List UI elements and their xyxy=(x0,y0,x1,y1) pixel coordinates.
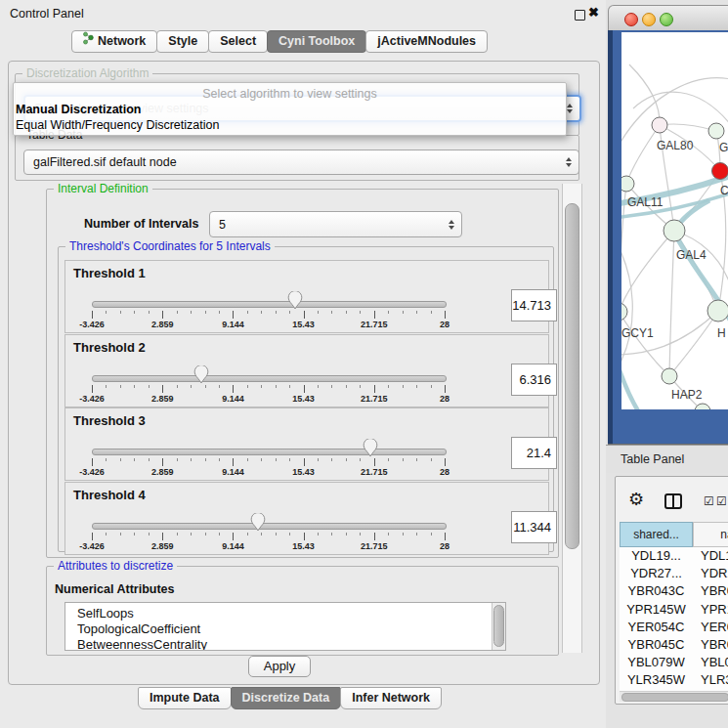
column-header-shared-name[interactable]: shared... xyxy=(620,522,693,547)
tab-cyni-toolbox[interactable]: Cyni Toolbox xyxy=(267,30,366,53)
tab-select[interactable]: Select xyxy=(208,30,268,53)
slider-tick xyxy=(276,458,277,461)
table-row[interactable]: YPR145WYPR1 xyxy=(620,601,728,619)
slider-track[interactable] xyxy=(92,301,447,308)
table-row[interactable]: YLR345WYLR3 xyxy=(620,671,728,689)
slider-tick xyxy=(374,458,375,466)
network-node-gal4[interactable] xyxy=(664,220,685,241)
network-node-gal11[interactable] xyxy=(621,176,634,192)
list-scrollbar[interactable] xyxy=(492,603,506,650)
network-node-gcy1[interactable] xyxy=(621,303,627,321)
network-node[interactable] xyxy=(695,404,710,409)
apply-button[interactable]: Apply xyxy=(248,656,311,677)
table-hscrollbar[interactable] xyxy=(620,691,728,702)
tick-label: -3.426 xyxy=(79,320,105,329)
split-view-icon[interactable] xyxy=(664,493,682,509)
tab-style[interactable]: Style xyxy=(156,30,209,53)
float-window-icon[interactable] xyxy=(575,10,585,21)
table-data-combo[interactable]: galFiltered.sif default node xyxy=(23,150,579,175)
cell-shared-name: YER054C xyxy=(620,619,693,636)
network-node-c[interactable] xyxy=(712,163,728,180)
cell-name: YBR0 xyxy=(701,582,728,600)
minimize-traffic-light-icon[interactable] xyxy=(642,13,656,26)
zoom-traffic-light-icon[interactable] xyxy=(660,13,673,26)
slider-tick xyxy=(445,458,446,466)
network-node-hap2[interactable] xyxy=(662,368,677,384)
threshold-value-field[interactable]: 6.316 xyxy=(511,364,557,396)
slider-tick xyxy=(247,385,248,388)
slider-tick xyxy=(431,385,432,388)
tab-impute-data[interactable]: Impute Data xyxy=(138,687,232,709)
list-item-topologicalcoefficient[interactable]: TopologicalCoefficient xyxy=(65,621,505,637)
numerical-attributes-list[interactable]: SelfLoopsTopologicalCoefficientBetweenne… xyxy=(64,602,506,651)
table-row[interactable]: YBL079WYBL0 xyxy=(620,654,728,671)
slider-thumb[interactable] xyxy=(363,439,378,457)
slider-track[interactable] xyxy=(92,449,447,455)
table-row[interactable]: YBR043CYBR0 xyxy=(620,582,728,600)
thresholds-group: Threshold's Coordinates for 5 Intervals … xyxy=(58,246,554,552)
tick-label: 9.144 xyxy=(222,394,244,404)
table-row[interactable]: YER054CYER0 xyxy=(620,619,728,636)
group-title: Discretization Algorithm xyxy=(22,66,152,80)
algorithm-menu-item-equal-width-frequency-discretization[interactable]: Equal Width/Frequency Discretization xyxy=(16,118,219,132)
slider-track[interactable] xyxy=(92,375,447,382)
table-hscrollbar-thumb[interactable] xyxy=(621,693,728,702)
table-row[interactable]: YDR27...YDR2 xyxy=(620,565,728,582)
cyni-toolbox-panel: Discretization Algorithm Select algorith… xyxy=(8,61,600,685)
slider-tick xyxy=(149,533,150,535)
list-item-selfloops[interactable]: SelfLoops xyxy=(65,606,505,621)
tick-label: -3.426 xyxy=(79,541,105,551)
slider-tick xyxy=(276,385,277,388)
network-window-titlebar[interactable] xyxy=(608,5,728,32)
top-tab-bar: NetworkStyleSelectCyni ToolboxjActiveMNo… xyxy=(72,30,488,53)
slider-tick xyxy=(134,533,135,535)
slider-thumb[interactable] xyxy=(193,365,209,384)
slider-thumb[interactable] xyxy=(250,513,266,532)
list-item-betweennesscentrality[interactable]: BetweennessCentrality xyxy=(65,637,505,651)
number-of-intervals-combo[interactable]: 5 xyxy=(209,211,462,237)
checkbox-icon[interactable]: ☑ xyxy=(704,495,714,507)
slider-tick xyxy=(219,533,220,535)
threshold-value-field[interactable]: 21.4 xyxy=(511,437,557,469)
slider-tick xyxy=(346,311,347,314)
network-edge xyxy=(621,231,674,312)
tab-label: Impute Data xyxy=(150,688,220,708)
network-node-g[interactable] xyxy=(708,123,724,139)
slider-tick xyxy=(289,533,290,535)
network-node-gal80[interactable] xyxy=(652,117,667,133)
algorithm-menu-item-manual-discretization[interactable]: Manual Discretization xyxy=(16,103,142,116)
tab-discretize-data[interactable]: Discretize Data xyxy=(231,687,342,709)
tab-infer-network[interactable]: Infer Network xyxy=(340,687,442,709)
slider-tick xyxy=(346,458,347,461)
slider-tick xyxy=(92,311,93,319)
network-node-h[interactable] xyxy=(707,300,728,321)
slider-thumb[interactable] xyxy=(287,291,303,310)
tick-label: -3.426 xyxy=(79,394,105,404)
threshold-value-field[interactable]: 11.344 xyxy=(511,511,557,543)
threshold-value-field[interactable]: 14.713 xyxy=(511,289,557,321)
slider-tick xyxy=(331,311,332,314)
table-row[interactable]: YBR045CYBR0 xyxy=(620,636,728,654)
close-icon[interactable]: ✖ xyxy=(588,5,599,20)
tick-label: 15.43 xyxy=(292,467,315,477)
node-label: HAP2 xyxy=(671,388,703,402)
slider-tick xyxy=(120,458,121,461)
slider-tick xyxy=(205,385,206,388)
number-of-intervals-value: 5 xyxy=(219,218,226,232)
column-header-name[interactable]: na xyxy=(693,522,728,547)
slider-track[interactable] xyxy=(92,523,447,530)
cell-name: YDL1 xyxy=(701,547,728,565)
main-scrollbar[interactable] xyxy=(562,184,582,653)
close-traffic-light-icon[interactable] xyxy=(624,13,638,26)
checkbox-icon[interactable]: ☑ xyxy=(716,495,727,507)
tab-network[interactable]: Network xyxy=(71,30,157,53)
list-scrollbar-thumb[interactable] xyxy=(493,605,504,647)
gear-icon[interactable]: ⚙ xyxy=(628,491,644,508)
main-scrollbar-thumb[interactable] xyxy=(565,203,579,549)
slider-tick xyxy=(445,311,446,319)
table-row[interactable]: YDL19...YDL1 xyxy=(620,547,728,565)
tab-label: Discretize Data xyxy=(242,688,330,708)
tick-label: 15.43 xyxy=(292,394,315,404)
tab-jactivemnodules[interactable]: jActiveMNodules xyxy=(365,30,488,53)
table-rows: YDL19...YDL1YDR27...YDR2YBR043CYBR0YPR14… xyxy=(620,547,728,691)
